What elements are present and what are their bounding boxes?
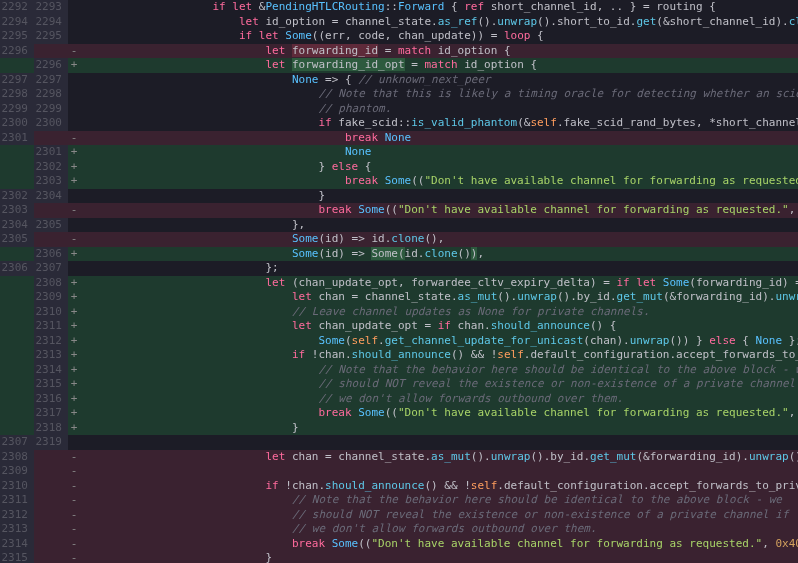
diff-sign (68, 87, 80, 102)
diff-line[interactable]: 2314- break Some(("Don't have available … (0, 537, 798, 552)
code-content: break Some(("Don't have available channe… (80, 203, 798, 218)
diff-line[interactable]: 2310+ // Leave channel updates as None f… (0, 305, 798, 320)
diff-line[interactable]: 2306+ Some(id) => Some(id.clone()), (0, 247, 798, 262)
diff-line[interactable]: 2318+ } (0, 421, 798, 436)
line-number-new (34, 203, 68, 218)
diff-line[interactable]: 2296- let forwarding_id = match id_optio… (0, 44, 798, 59)
line-number-old: 2304 (0, 218, 34, 233)
line-number-new: 2300 (34, 116, 68, 131)
diff-line[interactable]: 23062307 }; (0, 261, 798, 276)
diff-sign: - (68, 450, 80, 465)
diff-sign: + (68, 377, 80, 392)
line-number-new: 2304 (34, 189, 68, 204)
code-content: Some(self.get_channel_update_for_unicast… (80, 334, 798, 349)
diff-line[interactable]: 2302+ } else { (0, 160, 798, 175)
line-number-new (34, 44, 68, 59)
line-number-new: 2316 (34, 392, 68, 407)
code-content: } (80, 189, 798, 204)
line-number-old (0, 363, 34, 378)
diff-sign: - (68, 551, 80, 563)
diff-line[interactable]: 22972297 None => { // unknown_next_peer (0, 73, 798, 88)
line-number-old: 2307 (0, 435, 34, 450)
line-number-new: 2307 (34, 261, 68, 276)
code-content: let id_option = channel_state.as_ref().u… (80, 15, 798, 30)
line-number-old (0, 348, 34, 363)
line-number-old: 2309 (0, 464, 34, 479)
code-content: } (80, 421, 798, 436)
line-number-new: 2301 (34, 145, 68, 160)
diff-line[interactable]: 2301- break None (0, 131, 798, 146)
diff-line[interactable]: 2315- } (0, 551, 798, 563)
code-content: // we don't allow forwards outbound over… (80, 522, 798, 537)
diff-line[interactable]: 2311+ let chan_update_opt = if chan.shou… (0, 319, 798, 334)
line-number-new (34, 450, 68, 465)
diff-line[interactable]: 2316+ // we don't allow forwards outboun… (0, 392, 798, 407)
diff-line[interactable]: 2314+ // Note that the behavior here sho… (0, 363, 798, 378)
diff-line[interactable]: 22942294 let id_option = channel_state.a… (0, 15, 798, 30)
diff-line[interactable]: 2312- // should NOT reveal the existence… (0, 508, 798, 523)
diff-sign: - (68, 522, 80, 537)
line-number-new (34, 464, 68, 479)
diff-line[interactable]: 2309- (0, 464, 798, 479)
diff-line[interactable]: 2296+ let forwarding_id_opt = match id_o… (0, 58, 798, 73)
diff-sign: + (68, 290, 80, 305)
code-content: if fake_scid::is_valid_phantom(&self.fak… (80, 116, 798, 131)
diff-line[interactable]: 2309+ let chan = channel_state.as_mut().… (0, 290, 798, 305)
line-number-old (0, 276, 34, 291)
diff-line[interactable]: 2308+ let (chan_update_opt, forwardee_cl… (0, 276, 798, 291)
code-content: break None (80, 131, 798, 146)
code-content: // Note that the behavior here should be… (80, 493, 798, 508)
diff-line[interactable]: 23022304 } (0, 189, 798, 204)
diff-line[interactable]: 2301+ None (0, 145, 798, 160)
diff-line[interactable]: 2303- break Some(("Don't have available … (0, 203, 798, 218)
diff-sign (68, 15, 80, 30)
diff-line[interactable]: 2305- Some(id) => id.clone(), (0, 232, 798, 247)
line-number-old (0, 290, 34, 305)
code-content: // phantom. (80, 102, 798, 117)
code-content: } else { (80, 160, 798, 175)
diff-line[interactable]: 2317+ break Some(("Don't have available … (0, 406, 798, 421)
diff-line[interactable]: 23072319 (0, 435, 798, 450)
diff-sign (68, 261, 80, 276)
code-content: // should NOT reveal the existence or no… (80, 377, 798, 392)
diff-line[interactable]: 23042305 }, (0, 218, 798, 233)
diff-line[interactable]: 2313- // we don't allow forwards outboun… (0, 522, 798, 537)
line-number-old: 2306 (0, 261, 34, 276)
line-number-old: 2292 (0, 0, 34, 15)
line-number-new (34, 479, 68, 494)
diff-line[interactable]: 2315+ // should NOT reveal the existence… (0, 377, 798, 392)
diff-line[interactable]: 2303+ break Some(("Don't have available … (0, 174, 798, 189)
diff-line[interactable]: 2310- if !chan.should_announce() && !sel… (0, 479, 798, 494)
code-content: let forwarding_id_opt = match id_option … (80, 58, 798, 73)
line-number-new: 2312 (34, 334, 68, 349)
diff-line[interactable]: 23002300 if fake_scid::is_valid_phantom(… (0, 116, 798, 131)
line-number-new: 2319 (34, 435, 68, 450)
diff-sign: - (68, 537, 80, 552)
line-number-old (0, 319, 34, 334)
diff-line[interactable]: 2312+ Some(self.get_channel_update_for_u… (0, 334, 798, 349)
diff-sign: + (68, 247, 80, 262)
diff-line[interactable]: 22982298 // Note that this is likely a t… (0, 87, 798, 102)
code-content (80, 435, 798, 450)
line-number-new: 2308 (34, 276, 68, 291)
code-content: let forwarding_id = match id_option { (80, 44, 798, 59)
diff-line[interactable]: 22922293 if let &PendingHTLCRouting::For… (0, 0, 798, 15)
line-number-old (0, 406, 34, 421)
diff-sign: + (68, 145, 80, 160)
code-content: Some(id) => Some(id.clone()), (80, 247, 798, 262)
code-content: break Some(("Don't have available channe… (80, 174, 798, 189)
diff-view: 22922293 if let &PendingHTLCRouting::For… (0, 0, 798, 563)
diff-sign: - (68, 203, 80, 218)
line-number-new: 2310 (34, 305, 68, 320)
diff-line[interactable]: 2313+ if !chan.should_announce() && !sel… (0, 348, 798, 363)
code-content: } (80, 551, 798, 563)
code-content: if !chan.should_announce() && !self.defa… (80, 348, 798, 363)
code-content: Some(id) => id.clone(), (80, 232, 798, 247)
diff-line[interactable]: 2308- let chan = channel_state.as_mut().… (0, 450, 798, 465)
diff-line[interactable]: 22992299 // phantom. (0, 102, 798, 117)
code-content: let chan_update_opt = if chan.should_ann… (80, 319, 798, 334)
diff-sign: - (68, 479, 80, 494)
line-number-new: 2295 (34, 29, 68, 44)
diff-line[interactable]: 22952295 if let Some((err, code, chan_up… (0, 29, 798, 44)
diff-line[interactable]: 2311- // Note that the behavior here sho… (0, 493, 798, 508)
